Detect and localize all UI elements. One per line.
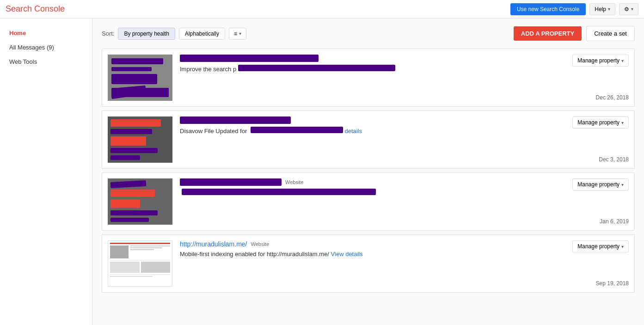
sort-by-property-health-button[interactable]: By property health	[118, 28, 175, 40]
property-url-row	[180, 55, 629, 62]
chevron-down-icon: ▾	[608, 6, 610, 12]
main-layout: Home All Messages (9) Web Tools Sort: By…	[0, 18, 644, 325]
property-url-link[interactable]: http://muradulislam.me/	[180, 240, 247, 248]
help-button[interactable]: Help ▾	[589, 3, 615, 15]
sidebar-item-web-tools[interactable]: Web Tools	[0, 55, 92, 69]
property-thumbnail	[108, 117, 172, 163]
sidebar-item-home[interactable]: Home	[0, 26, 92, 40]
sort-alphabetically-button[interactable]: Alphabetically	[179, 28, 225, 40]
property-url-row: Website	[180, 178, 629, 186]
properties-list: Improve the search p Manage property ▾ D…	[92, 49, 644, 293]
sidebar-item-messages[interactable]: All Messages (9)	[0, 40, 92, 55]
property-card: Disavow File Updated for details Manage …	[102, 110, 635, 169]
property-info: http://muradulislam.me/ Website Mobile-f…	[180, 240, 629, 259]
add-property-button[interactable]: ADD A PROPERTY	[514, 26, 582, 41]
property-url-redacted	[180, 178, 282, 186]
sort-label: Sort:	[102, 30, 114, 37]
property-info: Disavow File Updated for details	[180, 117, 629, 136]
sort-right-actions: ADD A PROPERTY Create a set	[514, 26, 635, 41]
property-url-row: http://muradulislam.me/ Website	[180, 240, 629, 248]
property-type-badge: Website	[285, 179, 304, 185]
property-url-row	[180, 117, 629, 124]
sort-bar: Sort: By property health Alphabetically …	[92, 18, 644, 49]
property-message	[180, 189, 629, 196]
sidebar: Home All Messages (9) Web Tools	[0, 18, 92, 325]
chevron-down-icon: ▾	[621, 182, 624, 187]
chevron-down-icon: ▾	[239, 31, 241, 36]
list-view-icon: ≡	[234, 31, 237, 37]
content-area: Sort: By property health Alphabetically …	[92, 18, 644, 325]
property-card: http://muradulislam.me/ Website Mobile-f…	[102, 234, 635, 293]
property-message: Disavow File Updated for details	[180, 127, 629, 135]
settings-button[interactable]: ⚙ ▾	[619, 3, 638, 15]
gear-icon: ⚙	[624, 6, 629, 12]
app-title: Search Console	[6, 4, 65, 14]
property-date: Dec 3, 2018	[599, 156, 629, 163]
details-link[interactable]: details	[344, 128, 362, 135]
chevron-down-icon: ▾	[631, 6, 633, 12]
property-message-redacted	[238, 65, 395, 71]
manage-property-button[interactable]: Manage property ▾	[572, 55, 629, 67]
header-right: Use new Search Console Help ▾ ⚙ ▾	[510, 3, 638, 15]
property-message-redacted	[182, 189, 376, 195]
view-toggle-button[interactable]: ≡ ▾	[229, 28, 246, 40]
chevron-down-icon: ▾	[621, 58, 624, 63]
manage-property-button[interactable]: Manage property ▾	[572, 240, 629, 252]
property-message: Improve the search p	[180, 65, 629, 73]
manage-property-button[interactable]: Manage property ▾	[572, 178, 629, 190]
use-new-search-console-button[interactable]: Use new Search Console	[510, 3, 586, 15]
property-date: Sep 19, 2018	[596, 280, 629, 287]
property-info: Improve the search p	[180, 55, 629, 74]
property-thumbnail	[108, 178, 172, 225]
manage-property-button[interactable]: Manage property ▾	[572, 117, 629, 129]
property-info: Website	[180, 178, 629, 198]
top-header: Search Console Use new Search Console He…	[0, 0, 644, 18]
property-date: Jan 6, 2019	[600, 218, 629, 225]
chevron-down-icon: ▾	[621, 244, 624, 249]
create-set-button[interactable]: Create a set	[586, 26, 635, 41]
property-date: Dec 26, 2018	[596, 94, 629, 101]
property-url-redacted	[180, 117, 291, 124]
property-card: Website Manage property ▾ Jan 6, 2019	[102, 172, 635, 231]
property-message-redacted	[251, 127, 343, 133]
property-thumbnail	[108, 55, 172, 101]
property-card: Improve the search p Manage property ▾ D…	[102, 49, 635, 107]
property-type-badge: Website	[251, 241, 270, 247]
property-message: Mobile-first indexing enabled for http:/…	[180, 251, 629, 258]
view-details-link[interactable]: View details	[331, 251, 363, 258]
property-thumbnail	[108, 240, 172, 287]
property-url-redacted	[180, 55, 319, 62]
header-left: Search Console	[6, 4, 65, 14]
sort-controls: Sort: By property health Alphabetically …	[102, 28, 246, 40]
chevron-down-icon: ▾	[621, 120, 624, 125]
